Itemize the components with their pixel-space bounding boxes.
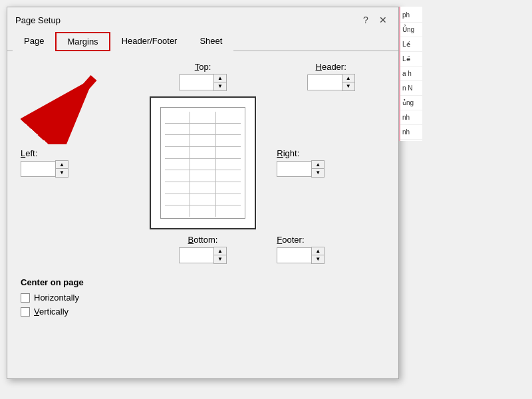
right-field-group: Right: 0.7 ▲ ▼ [263, 96, 385, 229]
page-table-row [165, 194, 241, 206]
bottom-input[interactable]: 0.75 [179, 247, 213, 263]
page-table-row [165, 135, 241, 147]
top-spin-up[interactable]: ▲ [214, 74, 226, 82]
page-table-row [165, 124, 241, 136]
bottom-label: Bottom: [188, 235, 218, 245]
left-spin-buttons: ▲ ▼ [55, 160, 68, 178]
right-spin-down[interactable]: ▼ [312, 169, 324, 177]
page-preview-box [150, 96, 256, 229]
top-spin: 0.75 ▲ ▼ [179, 74, 227, 91]
page-setup-dialog: Page Setup ? ✕ Page Margins Header/Foote… [7, 7, 399, 379]
sidebar-item-9: nh [400, 125, 422, 140]
tab-page[interactable]: Page [13, 32, 55, 51]
sidebar-item-3: Lề [400, 37, 422, 52]
page-table-row [165, 112, 241, 124]
right-spin-up[interactable]: ▲ [312, 161, 324, 169]
page-inner-border [160, 107, 245, 219]
header-spin: 0.3 ▲ ▼ [307, 74, 355, 91]
bottom-field-group: Bottom: 0.75 ▲ ▼ [142, 235, 264, 264]
left-label: Left: [21, 148, 37, 158]
tab-margins[interactable]: Margins [55, 32, 110, 51]
tab-bar: Page Margins Header/Footer Sheet [7, 31, 398, 51]
margins-layout: Top: 0.75 ▲ ▼ Header: [21, 62, 385, 321]
top-input[interactable]: 0.75 [179, 74, 213, 90]
page-table-row [165, 170, 241, 182]
sidebar-item-6: n N [400, 81, 422, 96]
right-input[interactable]: 0.7 [277, 161, 311, 177]
footer-input[interactable]: 0.3 [277, 247, 311, 263]
tab-header-footer[interactable]: Header/Footer [110, 32, 189, 51]
center-on-page-section: Center on page Horizontally Vertically [21, 277, 385, 321]
close-button[interactable]: ✕ [376, 13, 390, 27]
right-spin: 0.7 ▲ ▼ [277, 160, 325, 178]
page-table-row [165, 159, 241, 171]
header-label: Header: [316, 62, 346, 72]
footer-spin-up[interactable]: ▲ [312, 247, 324, 255]
footer-field-group: Footer: 0.3 ▲ ▼ [263, 235, 385, 264]
horizontally-label: Horizontally [34, 293, 79, 303]
dialog-title: Page Setup [15, 15, 61, 25]
help-button[interactable]: ? [358, 13, 373, 27]
right-spin-buttons: ▲ ▼ [311, 160, 325, 178]
header-field-group: Header: 0.3 ▲ ▼ [263, 62, 385, 91]
top-spin-down[interactable]: ▼ [214, 82, 226, 90]
sidebar-item-2: Ủng [400, 23, 422, 37]
vertically-label: Vertically [34, 307, 68, 317]
footer-spin-buttons: ▲ ▼ [311, 247, 325, 264]
sidebar-item-8: nh [400, 110, 422, 125]
title-buttons: ? ✕ [358, 13, 390, 27]
bottom-spin-buttons: ▲ ▼ [213, 247, 227, 264]
bottom-spin-up[interactable]: ▲ [214, 247, 226, 255]
sidebar-item-1: ph [400, 8, 422, 23]
center-on-page-title: Center on page [21, 277, 385, 287]
horizontally-checkbox[interactable] [21, 293, 30, 303]
title-bar: Page Setup ? ✕ [7, 7, 398, 31]
left-input[interactable]: 0.7 [21, 161, 55, 177]
footer-spin-down[interactable]: ▼ [312, 255, 324, 263]
sidebar-item-7: ủng [400, 96, 422, 110]
top-field-group: Top: 0.75 ▲ ▼ [142, 62, 264, 91]
header-spin-down[interactable]: ▼ [342, 82, 354, 90]
header-input[interactable]: 0.3 [307, 74, 342, 90]
page-preview [142, 96, 264, 229]
sidebar-item-5: a h [400, 66, 422, 81]
page-table-area [165, 112, 241, 217]
left-spin-up[interactable]: ▲ [56, 161, 68, 169]
bottom-spin: 0.75 ▲ ▼ [179, 247, 227, 264]
top-label: Top: [195, 62, 211, 72]
left-spin: 0.7 ▲ ▼ [21, 160, 68, 178]
bottom-spin-down[interactable]: ▼ [214, 255, 226, 263]
vertically-checkbox[interactable] [21, 307, 30, 317]
footer-label: Footer: [277, 235, 304, 245]
tab-sheet[interactable]: Sheet [188, 32, 233, 51]
sidebar-item-4: Lề [400, 52, 422, 66]
dialog-content: Top: 0.75 ▲ ▼ Header: [7, 51, 398, 378]
header-spin-buttons: ▲ ▼ [342, 74, 355, 91]
excel-sidebar: ph Ủng Lề Lề a h n N ủng nh nh [399, 7, 422, 141]
page-table-row [165, 205, 241, 217]
page-table-row [165, 182, 241, 194]
left-field-group: Left: 0.7 ▲ ▼ [21, 96, 142, 229]
page-table-row [165, 147, 241, 159]
vertically-row: Vertically [21, 307, 385, 317]
left-spin-down[interactable]: ▼ [56, 169, 68, 177]
horizontally-row: Horizontally [21, 293, 385, 303]
right-label: Right: [277, 148, 299, 158]
footer-spin: 0.3 ▲ ▼ [277, 247, 325, 264]
top-spin-buttons: ▲ ▼ [213, 74, 227, 91]
header-spin-up[interactable]: ▲ [342, 74, 354, 82]
